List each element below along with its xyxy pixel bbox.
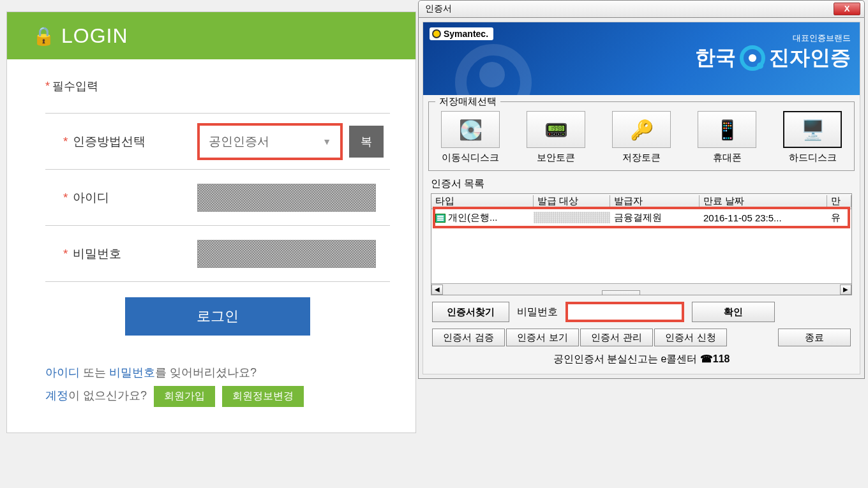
cert-row[interactable]: 개인(은행... 금융결제원 2016-11-05 23:5... 유 [431,209,851,226]
auth-method-label: 인증방법선택 [73,133,146,150]
restore-button[interactable]: 복 [349,126,384,158]
confirm-button[interactable]: 확인 [692,302,775,322]
row-password: *비밀번호 [45,226,390,282]
save-token-icon: 🔑 [612,111,671,148]
chevron-down-icon: ▼ [322,137,331,147]
cert-table-header: 타입 발급 대상 발급자 만료 날짜 만 [431,194,851,209]
signup-button[interactable]: 회원가입 [154,386,215,407]
close-icon: X [844,4,850,13]
cert-icon [435,214,445,223]
login-header: 🔒 LOGIN [7,12,415,59]
cert-titlebar[interactable]: 인증서 X [418,0,865,18]
login-title: LOGIN [61,24,128,48]
brand-name: 한국 진자인증 [695,45,851,71]
cert-dialog: 인증서 X Symantec. 대표인증브랜드 한국 진자인증 저장매체선택 [418,0,865,379]
cert-view-button[interactable]: 인증서 보기 [506,329,579,346]
auth-method-select[interactable]: 공인인증서 ▼ [197,123,343,160]
login-form: *인증방법선택 공인인증서 ▼ 복 *아이디 *비밀번호 [45,113,390,282]
storage-group: 저장매체선택 💽이동식디스크 📟보안토큰 🔑저장토큰 📱휴대폰 🖥️하드디스크 [428,101,855,171]
removable-disk-icon: 💽 [441,111,500,148]
storage-save-token[interactable]: 🔑저장토큰 [606,111,677,164]
banner-head-icon [479,62,505,87]
col-issuer: 발급자 [610,195,700,207]
login-button[interactable]: 로그인 [125,297,310,336]
find-cert-button[interactable]: 인증서찾기 [432,302,509,322]
scroll-thumb[interactable] [602,290,640,296]
phone-icon: 📱 [698,111,756,148]
col-status: 만 [827,195,851,207]
scroll-right-icon[interactable]: ▶ [840,285,851,295]
login-panel: 🔒 LOGIN *필수입력 *인증방법선택 공인인증서 ▼ 복 *아이디 [6,11,416,433]
footer-text: 공인인증서 분실신고는 e콜센터 ☎118 [423,353,860,366]
storage-harddisk[interactable]: 🖥️하드디스크 [777,111,848,164]
row-auth-method: *인증방법선택 공인인증서 ▼ 복 [45,114,390,170]
col-subject: 발급 대상 [534,195,610,207]
cert-verify-button[interactable]: 인증서 검증 [432,329,505,346]
account-link[interactable]: 계정 [45,389,68,402]
cert-hscroll[interactable]: ◀ ▶ [431,283,851,295]
col-expiry: 만료 날짜 [700,195,827,207]
cert-dialog-title: 인증서 [425,3,452,15]
cert-bottom-buttons: 인증서 검증 인증서 보기 인증서 관리 인증서 신청 종료 [432,329,851,346]
exit-button[interactable]: 종료 [778,329,851,346]
id-label: 아이디 [73,189,109,206]
storage-security-token[interactable]: 📟보안토큰 [521,111,591,164]
cert-password-label: 비밀번호 [517,306,558,319]
id-input[interactable] [197,184,376,212]
forgot-id-link[interactable]: 아이디 [45,366,80,379]
scroll-left-icon[interactable]: ◀ [431,285,443,295]
storage-removable[interactable]: 💽이동식디스크 [435,111,505,164]
auth-method-value: 공인인증서 [209,133,269,150]
required-note: *필수입력 [45,78,390,94]
cert-table: 타입 발급 대상 발급자 만료 날짜 만 개인(은행... 금융결제원 2016… [431,193,852,295]
phone-icon-text: ☎118 [700,353,730,364]
row-id: *아이디 [45,170,390,226]
cert-password-row: 인증서찾기 비밀번호 확인 [432,302,851,322]
cert-list-label: 인증서 목록 [431,177,852,191]
harddisk-icon: 🖥️ [783,111,842,148]
storage-phone[interactable]: 📱휴대폰 [692,111,762,164]
close-button[interactable]: X [834,3,860,15]
brand-q-icon [740,45,765,71]
symantec-logo: Symantec. [430,27,493,40]
cert-request-button[interactable]: 인증서 신청 [654,329,727,346]
cert-manage-button[interactable]: 인증서 관리 [580,329,653,346]
brand-tagline: 대표인증브랜드 [695,33,851,44]
brand-banner: Symantec. 대표인증브랜드 한국 진자인증 [423,22,860,95]
cert-password-input[interactable] [565,302,684,322]
member-modify-button[interactable]: 회원정보변경 [222,386,304,407]
required-star-icon: * [45,80,50,92]
helper-links: 아이디 또는 비밀번호를 잊어버리셨나요? 계정이 없으신가요? 회원가입 회원… [45,361,390,407]
symantec-check-icon [432,29,441,38]
forgot-pw-link[interactable]: 비밀번호 [109,366,155,379]
password-label: 비밀번호 [73,246,121,262]
password-input[interactable] [197,240,376,268]
col-type: 타입 [431,195,534,207]
storage-legend: 저장매체선택 [435,96,500,108]
lock-icon: 🔒 [33,26,55,47]
security-token-icon: 📟 [527,111,585,148]
cert-subject-masked [534,212,610,223]
